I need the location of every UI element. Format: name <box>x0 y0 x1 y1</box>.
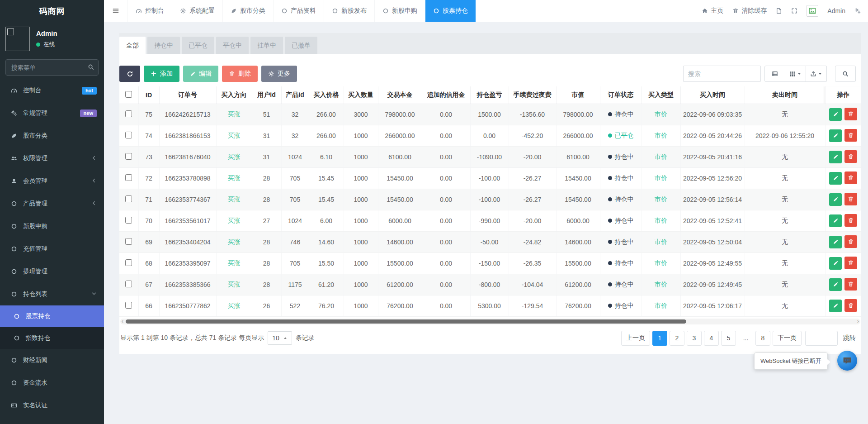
row-edit-button[interactable] <box>829 129 842 142</box>
sidebar-item-8[interactable]: 提现管理 <box>0 260 104 283</box>
sidebar-item-0[interactable]: 控制台hot <box>0 79 104 102</box>
user-avatar[interactable] <box>807 5 818 17</box>
row-checkbox[interactable] <box>125 153 132 160</box>
sidebar-item-10[interactable]: 财经新闻 <box>0 349 104 372</box>
row-edit-button[interactable] <box>829 172 842 185</box>
page-button-8[interactable]: 8 <box>755 331 770 346</box>
search-submit-button[interactable] <box>835 66 856 82</box>
tab-5[interactable]: 已撤单 <box>285 37 317 54</box>
topnav-item-4[interactable]: 新股发布 <box>324 0 374 22</box>
table-row: 721662353780898买涨2870515.45100015450.000… <box>119 167 861 189</box>
chat-widget-button[interactable] <box>837 351 857 371</box>
row-edit-button[interactable] <box>829 300 842 312</box>
row-delete-button[interactable] <box>844 108 857 120</box>
columns-button[interactable] <box>785 66 806 82</box>
home-link[interactable]: 主页 <box>702 7 723 15</box>
row-checkbox[interactable] <box>125 238 132 245</box>
sidebar-item-1[interactable]: 常规管理new <box>0 102 104 124</box>
direction-cell: 买涨 <box>216 146 252 167</box>
sidebar-item-7[interactable]: 充值管理 <box>0 238 104 260</box>
row-delete-button[interactable] <box>844 193 857 205</box>
clear-cache-link[interactable]: 清除缓存 <box>732 7 767 15</box>
row-checkbox[interactable] <box>125 132 132 138</box>
row-checkbox[interactable] <box>125 110 132 117</box>
row-delete-button[interactable] <box>844 299 857 312</box>
row-delete-button[interactable] <box>844 129 857 142</box>
row-edit-button[interactable] <box>829 278 842 291</box>
edit-button[interactable]: 编辑 <box>183 66 218 82</box>
row-edit-button[interactable] <box>829 193 842 206</box>
sidebar-subitem-9-0[interactable]: 股票持仓 <box>0 305 104 327</box>
sidebar-item-4[interactable]: 会员管理 <box>0 170 104 192</box>
row-checkbox[interactable] <box>125 302 132 309</box>
settings-button[interactable] <box>854 8 861 14</box>
scrollbar-thumb[interactable] <box>126 319 686 324</box>
sidebar-item-12[interactable]: 实名认证 <box>0 394 104 417</box>
principal-cell: 6000.00 <box>378 210 422 231</box>
language-button[interactable] <box>776 8 782 14</box>
page-prev-button[interactable]: 上一页 <box>621 331 650 346</box>
row-delete-button[interactable] <box>844 278 857 291</box>
status-dot-icon <box>608 282 612 286</box>
topnav-item-6[interactable]: 股票持仓 <box>425 0 476 22</box>
topnav-item-1[interactable]: 系统配置 <box>172 0 222 22</box>
product_id-cell: 705 <box>281 167 309 189</box>
page-button-1[interactable]: 1 <box>652 331 667 346</box>
fullscreen-button[interactable] <box>791 8 797 14</box>
select-all-checkbox[interactable] <box>125 91 132 98</box>
sidebar-item-2[interactable]: 股市分类 <box>0 124 104 147</box>
menu-toggle-icon[interactable] <box>104 0 127 22</box>
tab-2[interactable]: 已平仓 <box>182 37 214 54</box>
sidebar-search-input[interactable] <box>5 59 99 76</box>
tab-3[interactable]: 平仓中 <box>216 37 249 54</box>
row-checkbox[interactable] <box>125 195 132 202</box>
row-checkbox[interactable] <box>125 259 132 266</box>
page-button-5[interactable]: 5 <box>721 331 736 346</box>
sidebar-item-11[interactable]: 资金流水 <box>0 372 104 394</box>
topnav-item-3[interactable]: 产品资料 <box>273 0 324 22</box>
page-jump-button[interactable]: 跳转 <box>843 334 856 342</box>
row-checkbox[interactable] <box>125 217 132 224</box>
row-delete-button[interactable] <box>844 235 857 248</box>
topnav-item-5[interactable]: 新股申购 <box>374 0 425 22</box>
scroll-left-icon[interactable]: ‹ <box>122 318 123 324</box>
detail-view-button[interactable] <box>764 66 785 82</box>
delete-button[interactable]: 删除 <box>222 66 258 82</box>
row-delete-button[interactable] <box>844 214 857 227</box>
row-edit-button[interactable] <box>829 214 842 227</box>
row-checkbox[interactable] <box>125 281 132 287</box>
page-button-2[interactable]: 2 <box>670 331 684 346</box>
topnav-item-2[interactable]: 股市分类 <box>222 0 273 22</box>
row-edit-button[interactable] <box>829 151 842 163</box>
sidebar-subitem-9-1[interactable]: 指数持仓 <box>0 327 104 349</box>
page-button-4[interactable]: 4 <box>704 331 719 346</box>
tab-0[interactable]: 全部 <box>119 37 146 54</box>
buy_qty-cell: 1000 <box>344 210 378 231</box>
horizontal-scrollbar[interactable]: ‹ › <box>120 319 860 324</box>
sidebar-item-5[interactable]: 产品管理 <box>0 192 104 215</box>
sidebar-item-9[interactable]: 持仓列表 <box>0 283 104 305</box>
row-delete-button[interactable] <box>844 150 857 163</box>
tab-1[interactable]: 持仓中 <box>147 37 180 54</box>
row-delete-button[interactable] <box>844 172 857 184</box>
page-button-3[interactable]: 3 <box>687 331 702 346</box>
row-edit-button[interactable] <box>829 108 842 121</box>
add-button[interactable]: 添加 <box>144 66 179 82</box>
sidebar-item-6[interactable]: 新股申购 <box>0 215 104 238</box>
tab-4[interactable]: 挂单中 <box>250 37 283 54</box>
row-checkbox[interactable] <box>125 174 132 181</box>
page-next-button[interactable]: 下一页 <box>773 331 802 346</box>
page-size-select[interactable]: 10 <box>268 331 292 345</box>
more-button[interactable]: 更多 <box>261 66 297 82</box>
scroll-right-icon[interactable]: › <box>857 318 859 324</box>
buy_qty-cell: 1000 <box>344 167 378 189</box>
topnav-item-0[interactable]: 控制台 <box>127 0 172 22</box>
row-edit-button[interactable] <box>829 257 842 270</box>
table-search-input[interactable] <box>683 66 761 82</box>
refresh-button[interactable] <box>119 66 140 82</box>
row-edit-button[interactable] <box>829 236 842 248</box>
export-button[interactable] <box>806 66 827 82</box>
sidebar-item-3[interactable]: 权限管理 <box>0 147 104 170</box>
row-delete-button[interactable] <box>844 257 857 269</box>
page-jump-input[interactable] <box>805 331 838 346</box>
